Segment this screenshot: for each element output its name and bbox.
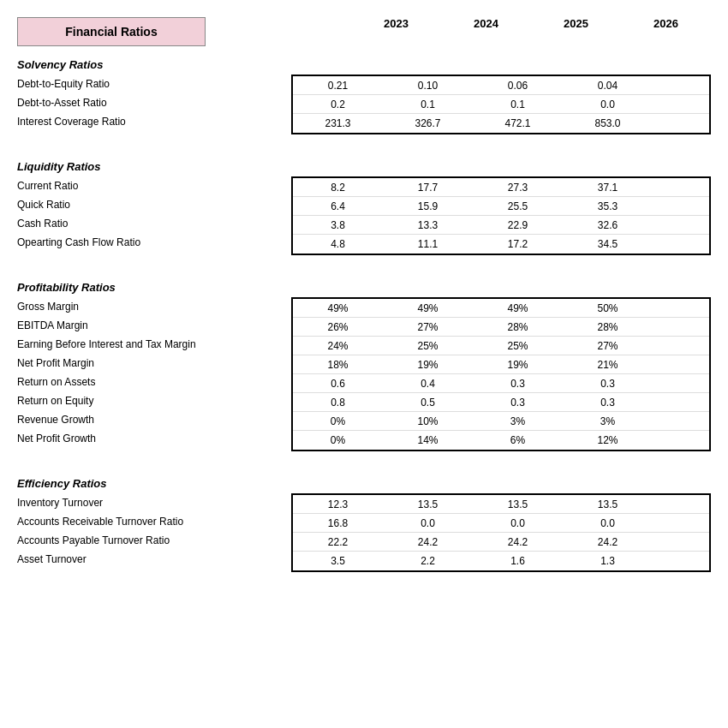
year-header-2025: 2025 <box>531 17 621 33</box>
sections-container: Solvency RatiosDebt-to-Equity RatioDebt-… <box>17 55 711 594</box>
label-row: Current Ratio <box>17 176 283 195</box>
value-cell: 0% <box>293 434 383 446</box>
year-header-2024: 2024 <box>441 17 531 33</box>
value-row: 0.20.10.10.0 <box>293 95 709 114</box>
value-cell: 49% <box>473 302 563 314</box>
value-cell: 1.6 <box>473 555 563 567</box>
value-row: 3.813.322.932.6 <box>293 216 709 235</box>
value-row: 6.415.925.535.3 <box>293 197 709 216</box>
value-cell: 326.7 <box>383 117 473 129</box>
value-cell: 0.1 <box>383 98 473 110</box>
label-row: EBITDA Margin <box>17 316 283 335</box>
label-row: Gross Margin <box>17 297 283 316</box>
value-cell: 17.7 <box>383 182 473 194</box>
page-title: Financial Ratios <box>17 17 206 46</box>
value-cell: 13.5 <box>473 498 563 510</box>
value-cell: 22.2 <box>293 536 383 548</box>
value-cell: 22.9 <box>473 219 563 231</box>
value-row: 0.60.40.30.3 <box>293 374 709 393</box>
value-cell: 1.3 <box>563 555 653 567</box>
value-row: 3.52.21.61.3 <box>293 552 709 570</box>
value-cell: 6.4 <box>293 200 383 212</box>
value-cell: 17.2 <box>473 238 563 250</box>
value-cell: 24% <box>293 340 383 352</box>
label-row: Earning Before Interest and Tax Margin <box>17 335 283 354</box>
year-header-2023: 2023 <box>351 17 441 33</box>
page-container: Financial Ratios 2023202420252026 Solven… <box>17 17 711 594</box>
value-cell: 0.4 <box>383 378 473 390</box>
labels-col-efficiency: Inventory TurnoverAccounts Receivable Tu… <box>17 493 291 569</box>
value-cell: 3.8 <box>293 219 383 231</box>
labels-col-liquidity: Current RatioQuick RatioCash RatioOpeart… <box>17 176 291 252</box>
value-cell: 0.5 <box>383 397 473 409</box>
data-area-profitability: Gross MarginEBITDA MarginEarning Before … <box>17 297 711 451</box>
values-box-efficiency: 12.313.513.513.516.80.00.00.022.224.224.… <box>291 493 711 572</box>
value-cell: 12% <box>563 434 653 446</box>
value-cell: 0.21 <box>293 80 383 92</box>
label-row: Cash Ratio <box>17 214 283 233</box>
values-box-liquidity: 8.217.727.337.16.415.925.535.33.813.322.… <box>291 176 711 255</box>
value-cell: 27.3 <box>473 182 563 194</box>
value-cell: 0.3 <box>563 378 653 390</box>
data-area-efficiency: Inventory TurnoverAccounts Receivable Tu… <box>17 493 711 572</box>
value-row: 26%27%28%28% <box>293 318 709 337</box>
section-solvency: Solvency RatiosDebt-to-Equity RatioDebt-… <box>17 55 711 134</box>
label-row: Accounts Receivable Turnover Ratio <box>17 512 283 531</box>
section-header-profitability: Profitability Ratios <box>17 277 711 297</box>
label-row: Net Profit Growth <box>17 429 283 448</box>
year-header-2026: 2026 <box>621 17 711 33</box>
header-row: Financial Ratios 2023202420252026 <box>17 17 711 46</box>
value-cell: 50% <box>563 302 653 314</box>
value-row: 18%19%19%21% <box>293 355 709 374</box>
value-row: 0.80.50.30.3 <box>293 393 709 412</box>
value-cell: 28% <box>473 321 563 333</box>
value-cell: 32.6 <box>563 219 653 231</box>
value-cell: 3% <box>473 415 563 427</box>
value-row: 0%14%6%12% <box>293 431 709 450</box>
value-cell: 0.06 <box>473 80 563 92</box>
value-cell: 24.2 <box>473 536 563 548</box>
value-row: 16.80.00.00.0 <box>293 514 709 533</box>
data-area-solvency: Debt-to-Equity RatioDebt-to-Asset RatioI… <box>17 75 711 134</box>
label-row: Return on Equity <box>17 391 283 410</box>
value-cell: 231.3 <box>293 117 383 129</box>
value-cell: 0% <box>293 415 383 427</box>
value-cell: 26% <box>293 321 383 333</box>
label-row: Asset Turnover <box>17 550 283 569</box>
value-cell: 16.8 <box>293 517 383 529</box>
value-cell: 35.3 <box>563 200 653 212</box>
labels-col-profitability: Gross MarginEBITDA MarginEarning Before … <box>17 297 291 448</box>
year-headers: 2023202420252026 <box>351 17 711 33</box>
value-cell: 8.2 <box>293 182 383 194</box>
value-cell: 0.8 <box>293 397 383 409</box>
value-cell: 3.5 <box>293 555 383 567</box>
value-row: 231.3326.7472.1853.0 <box>293 114 709 133</box>
value-cell: 0.0 <box>563 98 653 110</box>
label-row: Accounts Payable Turnover Ratio <box>17 531 283 550</box>
labels-col-solvency: Debt-to-Equity RatioDebt-to-Asset RatioI… <box>17 75 291 131</box>
value-cell: 13.5 <box>383 498 473 510</box>
value-cell: 4.8 <box>293 238 383 250</box>
label-row: Revenue Growth <box>17 410 283 429</box>
value-cell: 0.10 <box>383 80 473 92</box>
data-area-liquidity: Current RatioQuick RatioCash RatioOpeart… <box>17 176 711 255</box>
value-cell: 49% <box>293 302 383 314</box>
value-cell: 37.1 <box>563 182 653 194</box>
value-cell: 19% <box>383 359 473 371</box>
value-cell: 0.3 <box>473 378 563 390</box>
value-row: 0.210.100.060.04 <box>293 76 709 95</box>
value-cell: 10% <box>383 415 473 427</box>
value-cell: 0.6 <box>293 378 383 390</box>
value-cell: 0.0 <box>383 517 473 529</box>
value-cell: 49% <box>383 302 473 314</box>
section-liquidity: Liquidity RatiosCurrent RatioQuick Ratio… <box>17 157 711 255</box>
value-cell: 6% <box>473 434 563 446</box>
value-cell: 13.5 <box>563 498 653 510</box>
value-row: 4.811.117.234.5 <box>293 235 709 254</box>
value-cell: 12.3 <box>293 498 383 510</box>
value-cell: 25% <box>383 340 473 352</box>
value-cell: 27% <box>383 321 473 333</box>
value-row: 8.217.727.337.1 <box>293 178 709 197</box>
label-row: Quick Ratio <box>17 195 283 214</box>
value-cell: 0.3 <box>563 397 653 409</box>
